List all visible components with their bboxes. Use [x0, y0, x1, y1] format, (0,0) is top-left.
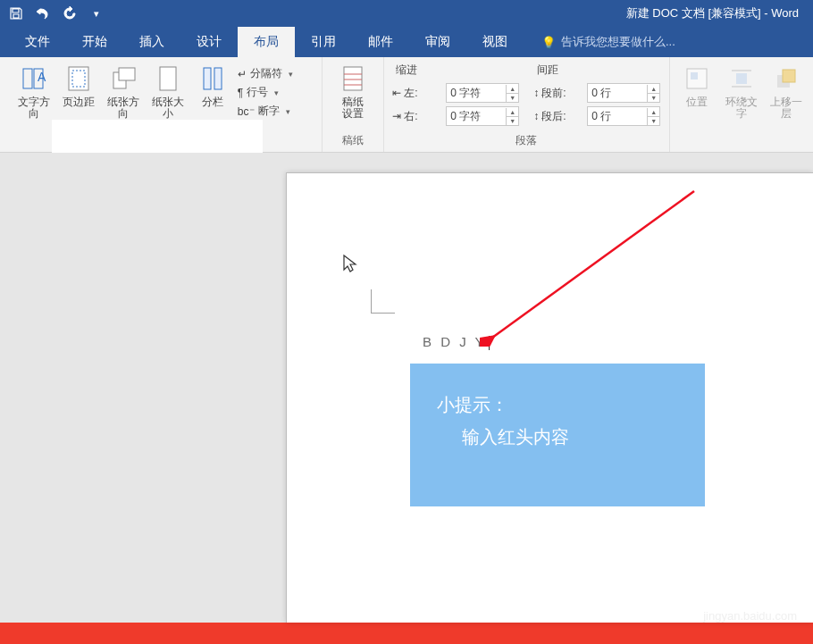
line-numbers-button[interactable]: ¶ 行号	[238, 85, 307, 100]
svg-text:A: A	[38, 70, 46, 84]
tab-design[interactable]: 设计	[180, 27, 238, 57]
down-arrow-icon[interactable]: ▼	[506, 93, 518, 102]
tip-line1: 小提示：	[437, 389, 678, 421]
ribbon-tabs: 文件 开始 插入 设计 布局 引用 邮件 审阅 视图 💡 告诉我您想要做什么..…	[0, 27, 813, 57]
group-arrange-label	[677, 136, 806, 150]
manuscript-settings-label: 稿纸 设置	[342, 96, 364, 120]
indent-heading: 缩进	[392, 61, 519, 79]
tab-layout[interactable]: 布局	[238, 27, 295, 57]
space-before-label: 段前:	[541, 86, 566, 101]
wrap-text-label: 环绕文字	[722, 96, 761, 120]
manuscript-icon	[339, 64, 367, 93]
space-after-label: 段后:	[541, 109, 566, 124]
tab-insert[interactable]: 插入	[123, 27, 180, 57]
paw-icon	[658, 584, 683, 606]
position-button: 位置	[677, 61, 717, 108]
group-manuscript: 稿纸 设置 稿纸	[323, 57, 384, 152]
watermark: Baidu 经验 jingyan.baidu.com	[658, 581, 797, 623]
tab-mailings[interactable]: 邮件	[352, 27, 409, 57]
tab-references[interactable]: 引用	[295, 27, 352, 57]
indent-right-label: 右:	[404, 109, 417, 124]
workspace-gutter	[0, 153, 286, 623]
tab-home[interactable]: 开始	[66, 27, 123, 57]
bring-forward-label: 上移一层	[767, 96, 806, 120]
size-label: 纸张大小	[148, 96, 188, 120]
space-after-icon: ↕	[533, 110, 539, 122]
undo-button[interactable]	[32, 3, 54, 24]
svg-point-23	[668, 585, 674, 590]
bring-forward-icon	[772, 64, 800, 93]
indent-right-value[interactable]	[447, 108, 506, 124]
svg-line-21	[492, 191, 694, 338]
svg-point-24	[675, 588, 680, 593]
svg-rect-16	[736, 73, 747, 84]
svg-rect-0	[23, 69, 32, 88]
space-before-value[interactable]	[588, 85, 647, 101]
group-manuscript-label: 稿纸	[330, 133, 376, 150]
hyphenation-button[interactable]: bc⁻ 断字	[238, 104, 307, 119]
document-text-content: B D J Y	[423, 334, 487, 349]
group-paragraph-label: 段落	[391, 133, 662, 150]
qat-customize-button[interactable]: ▾	[86, 3, 107, 24]
up-arrow-icon[interactable]: ▲	[506, 108, 518, 116]
svg-point-25	[664, 594, 678, 605]
indent-left-icon: ⇤	[392, 87, 401, 99]
space-before-icon: ↕	[533, 87, 539, 99]
indent-left-input[interactable]: ▲▼	[446, 83, 519, 103]
lightbulb-icon: 💡	[541, 36, 556, 49]
space-after-input[interactable]: ▲▼	[587, 106, 660, 126]
down-arrow-icon[interactable]: ▼	[647, 116, 659, 125]
document-page[interactable]: B D J Y 小提示： 输入红头内容	[286, 172, 813, 623]
up-arrow-icon[interactable]: ▲	[506, 85, 518, 93]
position-icon	[683, 64, 711, 93]
watermark-brand: Baidu 经验	[689, 581, 797, 609]
tell-me-search[interactable]: 💡 告诉我您想要做什么...	[532, 27, 684, 57]
redo-button[interactable]	[59, 3, 80, 24]
tab-view[interactable]: 视图	[466, 27, 524, 57]
svg-rect-3	[69, 67, 88, 90]
quick-access-toolbar: ▾	[5, 3, 107, 24]
down-arrow-icon[interactable]: ▼	[506, 116, 518, 125]
margins-button[interactable]: 页边距	[59, 61, 98, 108]
space-after-value[interactable]	[588, 108, 647, 124]
up-arrow-icon[interactable]: ▲	[647, 108, 659, 116]
indent-left-label: 左:	[404, 86, 417, 101]
size-icon	[154, 64, 182, 93]
indent-left-value[interactable]	[447, 85, 506, 101]
tab-review[interactable]: 审阅	[409, 27, 466, 57]
margins-label: 页边距	[63, 96, 95, 108]
text-direction-label: 文字方向	[14, 96, 54, 120]
svg-rect-20	[783, 70, 795, 82]
wrap-text-button: 环绕文字	[722, 61, 761, 120]
columns-button[interactable]: 分栏	[193, 61, 232, 108]
up-arrow-icon[interactable]: ▲	[647, 85, 659, 93]
indent-right-input[interactable]: ▲▼	[446, 106, 519, 126]
down-arrow-icon[interactable]: ▼	[647, 93, 659, 102]
orientation-button[interactable]: 纸张方向	[104, 61, 143, 120]
annotation-arrow-icon	[480, 184, 703, 347]
breaks-label: 分隔符	[250, 66, 282, 81]
tab-file[interactable]: 文件	[9, 27, 66, 57]
save-button[interactable]	[5, 3, 27, 24]
window-title: 新建 DOC 文档 [兼容模式] - Word	[107, 5, 808, 21]
text-direction-icon: A	[20, 64, 48, 93]
space-before-input[interactable]: ▲▼	[587, 83, 660, 103]
svg-rect-15	[691, 72, 698, 79]
group-arrange: 位置 环绕文字 上移一层	[670, 57, 813, 152]
svg-rect-8	[204, 68, 211, 89]
columns-icon	[198, 64, 227, 93]
svg-point-22	[662, 588, 667, 593]
breaks-button[interactable]: ↵ 分隔符	[238, 66, 307, 81]
indent-right-icon: ⇥	[392, 110, 401, 122]
wrap-text-icon	[727, 64, 756, 93]
size-button[interactable]: 纸张大小	[148, 61, 188, 120]
orientation-label: 纸张方向	[104, 96, 143, 120]
text-direction-button[interactable]: A 文字方向	[14, 61, 54, 120]
document-workspace: B D J Y 小提示： 输入红头内容	[0, 153, 813, 623]
cursor-pointer-icon	[342, 254, 358, 278]
group-page-setup: A 文字方向 页边距 纸张方向	[0, 57, 323, 152]
footer-red-bar	[0, 623, 813, 644]
svg-rect-9	[214, 68, 222, 89]
manuscript-settings-button[interactable]: 稿纸 设置	[333, 61, 373, 120]
document-text[interactable]: B D J Y	[423, 334, 490, 350]
